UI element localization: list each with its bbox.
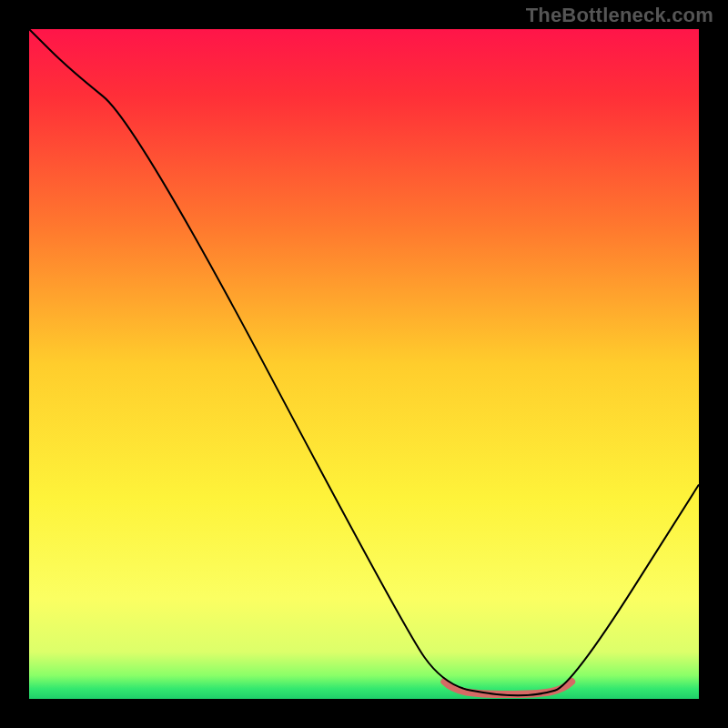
- plot-area: [29, 29, 699, 699]
- chart-frame: TheBottleneck.com: [0, 0, 728, 728]
- chart-svg: [29, 29, 699, 699]
- watermark-text: TheBottleneck.com: [526, 4, 713, 27]
